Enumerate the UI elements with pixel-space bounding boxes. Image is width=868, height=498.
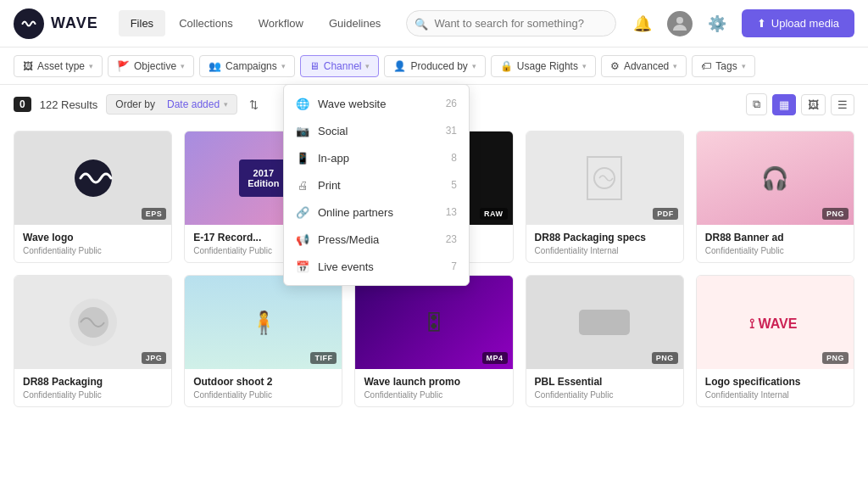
dropdown-item-count: 5	[451, 179, 457, 191]
card-title: Wave logo	[23, 232, 163, 243]
filter-asset-type[interactable]: 🖼 Asset type ▾	[14, 55, 103, 77]
card-title: DR88 Banner ad	[705, 232, 845, 243]
globe-icon: 🌐	[296, 97, 309, 110]
search-icon: 🔍	[415, 17, 428, 30]
badge-pdf: PDF	[653, 208, 678, 220]
logo-text: WAVE	[51, 14, 98, 32]
channel-icon: 🖥	[309, 60, 320, 72]
card-title: Logo specifications	[705, 376, 845, 388]
card-thumb-logo-specs: ⟟ WAVE PNG	[697, 276, 854, 369]
notification-bell-button[interactable]: 🔔	[630, 11, 655, 36]
order-caret: ▾	[224, 100, 228, 109]
card-dr88-specs[interactable]: PDF DR88 Packaging specs Confidentiality…	[526, 131, 684, 263]
card-thumb-wave-launch: 🎛 MP4	[355, 276, 512, 369]
caret-icon: ▾	[281, 62, 286, 70]
filter-channel[interactable]: 🖥 Channel ▾	[300, 55, 380, 77]
header-actions: 🔔 ⚙️ ⬆ Upload media	[630, 9, 854, 37]
filter-campaigns-label: Campaigns	[225, 60, 277, 72]
dropdown-item-count: 23	[446, 233, 457, 245]
badge-png: PNG	[822, 208, 849, 220]
caret-icon: ▾	[742, 62, 746, 70]
card-meta: Confidentiality Public	[535, 390, 675, 400]
dropdown-item-count: 31	[446, 125, 457, 137]
filter-tags-label: Tags	[715, 60, 737, 72]
caret-icon: ▾	[673, 62, 677, 70]
card-outdoor-shoot[interactable]: 🧍 TIFF Outdoor shoot 2 Confidentiality P…	[184, 275, 342, 407]
card-dr88-packaging[interactable]: JPG DR88 Packaging Confidentiality Publi…	[14, 275, 172, 407]
flag-icon: 🚩	[117, 60, 130, 72]
filter-objective-label: Objective	[134, 60, 176, 72]
nav-tab-collections[interactable]: Collections	[167, 10, 245, 36]
campaigns-icon: 👥	[209, 60, 221, 72]
search-input[interactable]	[406, 10, 615, 36]
badge-png3: PNG	[822, 352, 849, 364]
dropdown-item-online-partners[interactable]: 🔗 Online partners 13	[284, 199, 469, 226]
card-meta: Confidentiality Public	[193, 390, 333, 400]
settings-button[interactable]: ⚙️	[704, 11, 730, 36]
dropdown-item-inapp[interactable]: 📱 In-app 8	[284, 144, 469, 171]
order-by-label: Order by	[115, 98, 155, 110]
print-icon: 🖨	[296, 178, 309, 192]
upload-button-label: Upload media	[771, 17, 839, 30]
avatar	[667, 11, 693, 36]
nav-tab-workflow[interactable]: Workflow	[247, 10, 315, 36]
card-meta: Confidentiality Public	[364, 390, 504, 400]
card-pbl-essential[interactable]: PNG PBL Essential Confidentiality Public	[526, 275, 684, 407]
copy-button[interactable]: ⧉	[746, 93, 767, 115]
card-title: Wave launch promo	[364, 376, 504, 388]
card-title: PBL Essential	[535, 376, 675, 388]
filter-produced-by[interactable]: 👤 Produced by ▾	[384, 55, 485, 77]
caret-icon: ▾	[582, 62, 587, 70]
svg-point-3	[594, 168, 615, 188]
order-by-value: Date added	[167, 98, 220, 110]
filter-objective[interactable]: 🚩 Objective ▾	[108, 55, 194, 77]
filter-advanced[interactable]: ⚙ Advanced ▾	[601, 55, 687, 77]
card-meta: Confidentiality Public	[23, 246, 163, 255]
card-title: DR88 Packaging specs	[535, 232, 675, 243]
filter-usage-rights[interactable]: 🔒 Usage Rights ▾	[491, 55, 596, 77]
svg-point-0	[676, 17, 683, 24]
image-view-button[interactable]: 🖼	[801, 94, 826, 115]
upload-media-button[interactable]: ⬆ Upload media	[742, 9, 854, 37]
nav-tab-guidelines[interactable]: Guidelines	[317, 10, 392, 36]
results-count-badge: 0	[14, 97, 31, 112]
results-total: 122 Results	[40, 98, 98, 111]
card-thumb-pbl: PNG	[526, 276, 683, 369]
card-title: DR88 Packaging	[23, 376, 163, 388]
dropdown-item-wave-website[interactable]: 🌐 Wave website 26	[284, 90, 469, 117]
grid-view-button[interactable]: ▦	[772, 94, 796, 115]
svg-text:⟟ WAVE: ⟟ WAVE	[749, 316, 798, 331]
card-dr88-banner[interactable]: 🎧 PNG DR88 Banner ad Confidentiality Pub…	[696, 131, 854, 263]
upload-icon: ⬆	[757, 17, 766, 30]
order-by-button[interactable]: Order by Date added ▾	[106, 94, 237, 115]
channel-dropdown: 🌐 Wave website 26 📷 Social 31 📱 In-app 8…	[283, 84, 470, 286]
dropdown-item-label: In-app	[318, 152, 442, 165]
card-thumb-dr88-specs: PDF	[526, 131, 683, 225]
dropdown-item-live-events[interactable]: 📅 Live events 7	[284, 253, 469, 280]
card-wave-logo[interactable]: EPS Wave logo Confidentiality Public	[14, 131, 172, 263]
filter-asset-type-label: Asset type	[37, 60, 85, 72]
lock-icon: 🔒	[500, 60, 513, 72]
dropdown-item-label: Wave website	[318, 98, 437, 110]
card-logo-specs[interactable]: ⟟ WAVE PNG Logo specifications Confident…	[696, 275, 854, 407]
dropdown-item-label: Press/Media	[318, 233, 437, 246]
filter-campaigns[interactable]: 👥 Campaigns ▾	[199, 55, 295, 77]
caret-icon: ▾	[365, 62, 370, 70]
sort-direction-icon[interactable]: ⇅	[249, 98, 259, 111]
card-title: Outdoor shoot 2	[193, 376, 333, 388]
dropdown-item-social[interactable]: 📷 Social 31	[284, 117, 469, 144]
tag-icon: 🏷	[701, 60, 711, 72]
card-meta: Confidentiality Internal	[535, 246, 675, 255]
nav-tab-files[interactable]: Files	[119, 10, 165, 36]
list-view-button[interactable]: ☰	[831, 94, 854, 115]
dropdown-item-print[interactable]: 🖨 Print 5	[284, 171, 469, 199]
dropdown-item-count: 8	[451, 152, 457, 164]
dropdown-item-label: Print	[318, 179, 442, 192]
card-wave-launch[interactable]: 🎛 MP4 Wave launch promo Confidentiality …	[354, 275, 513, 407]
filter-tags[interactable]: 🏷 Tags ▾	[692, 55, 754, 77]
press-icon: 📢	[296, 232, 309, 246]
dropdown-item-press-media[interactable]: 📢 Press/Media 23	[284, 226, 469, 253]
filter-advanced-label: Advanced	[624, 60, 669, 72]
filter-channel-label: Channel	[324, 60, 362, 72]
card-meta: Confidentiality Public	[23, 390, 163, 400]
